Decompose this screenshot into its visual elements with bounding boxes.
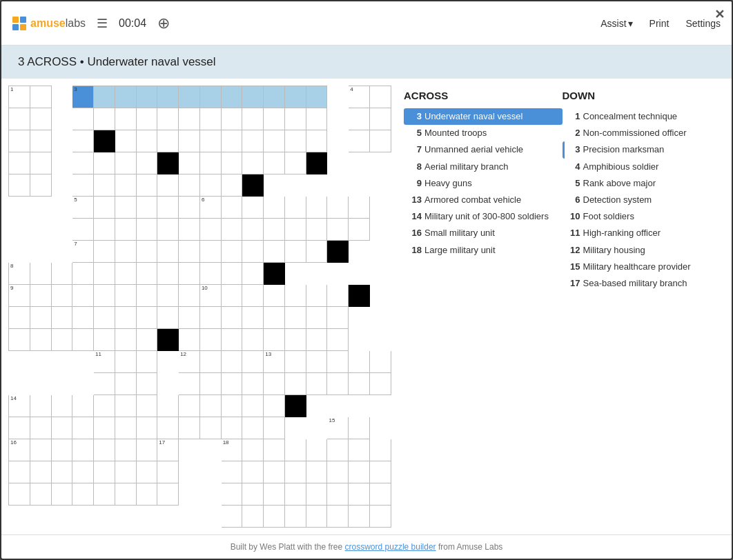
down-clue-6[interactable]: 6Detection system bbox=[563, 192, 721, 208]
grid-cell[interactable] bbox=[264, 130, 285, 152]
across-clue-14[interactable]: 14Military unit of 300-800 soldiers bbox=[404, 208, 563, 225]
grid-cell[interactable] bbox=[157, 483, 179, 506]
grid-cell[interactable] bbox=[327, 285, 349, 307]
grid-cell[interactable] bbox=[306, 506, 327, 528]
grid-cell[interactable]: 1 bbox=[9, 86, 30, 108]
menu-icon[interactable]: ☰ bbox=[97, 16, 108, 31]
grid-cell[interactable] bbox=[284, 351, 306, 373]
grid-cell[interactable] bbox=[264, 439, 285, 461]
grid-cell[interactable]: 4 bbox=[349, 86, 370, 108]
grid-cell[interactable] bbox=[157, 197, 179, 219]
grid-cell[interactable] bbox=[284, 329, 306, 351]
grid-cell[interactable]: 8 bbox=[9, 263, 30, 285]
grid-cell[interactable] bbox=[136, 219, 157, 241]
grid-cell[interactable] bbox=[30, 263, 51, 285]
grid-cell[interactable] bbox=[242, 506, 264, 528]
down-clue-4[interactable]: 4Amphibious soldier bbox=[563, 159, 721, 175]
grid-cell[interactable] bbox=[136, 373, 157, 395]
crossword-grid[interactable]: 13456789101112131415161718 bbox=[8, 86, 391, 528]
grid-cell[interactable] bbox=[242, 130, 264, 152]
grid-cell[interactable] bbox=[136, 461, 157, 483]
grid-cell[interactable] bbox=[115, 174, 136, 197]
grid-cell[interactable] bbox=[115, 219, 136, 241]
grid-cell[interactable] bbox=[199, 174, 221, 197]
grid-cell[interactable] bbox=[136, 197, 157, 219]
grid-cell[interactable] bbox=[284, 506, 306, 528]
grid-cell[interactable] bbox=[221, 329, 242, 351]
grid-cell[interactable] bbox=[30, 417, 51, 439]
grid-cell[interactable] bbox=[306, 483, 327, 506]
grid-cell[interactable] bbox=[370, 373, 391, 395]
grid-cell[interactable] bbox=[264, 219, 285, 241]
grid-cell[interactable] bbox=[306, 373, 327, 395]
grid-cell[interactable]: 11 bbox=[94, 351, 115, 373]
grid-cell[interactable] bbox=[72, 174, 94, 197]
grid-cell[interactable] bbox=[179, 219, 200, 241]
grid-cell[interactable] bbox=[51, 417, 72, 439]
grid-cell[interactable] bbox=[349, 417, 370, 439]
grid-cell[interactable] bbox=[94, 219, 115, 241]
grid-cell[interactable] bbox=[30, 285, 51, 307]
grid-cell[interactable] bbox=[306, 86, 327, 108]
grid-cell[interactable] bbox=[306, 219, 327, 241]
grid-cell[interactable] bbox=[51, 263, 72, 285]
grid-cell[interactable] bbox=[199, 307, 221, 329]
grid-cell[interactable] bbox=[242, 395, 264, 417]
across-clue-5[interactable]: 5Mounted troops bbox=[404, 125, 563, 141]
grid-cell[interactable] bbox=[94, 307, 115, 329]
grid-cell[interactable] bbox=[94, 329, 115, 351]
grid-cell[interactable] bbox=[306, 307, 327, 329]
grid-cell[interactable] bbox=[94, 461, 115, 483]
grid-cell[interactable]: 6 bbox=[199, 197, 221, 219]
grid-cell[interactable] bbox=[94, 174, 115, 197]
grid-cell[interactable] bbox=[349, 373, 370, 395]
grid-cell[interactable] bbox=[284, 197, 306, 219]
grid-cell[interactable] bbox=[284, 373, 306, 395]
grid-cell[interactable] bbox=[30, 86, 51, 108]
grid-cell[interactable] bbox=[221, 351, 242, 373]
grid-cell[interactable] bbox=[72, 108, 94, 130]
grid-cell[interactable] bbox=[221, 395, 242, 417]
grid-cell[interactable] bbox=[9, 329, 30, 351]
grid-cell[interactable]: 3 bbox=[72, 86, 94, 108]
grid-cell[interactable] bbox=[9, 108, 30, 130]
close-button[interactable]: ✕ bbox=[714, 7, 725, 22]
grid-cell[interactable] bbox=[306, 130, 327, 152]
grid-cell[interactable] bbox=[199, 395, 221, 417]
grid-cell[interactable] bbox=[242, 329, 264, 351]
grid-cell[interactable] bbox=[157, 130, 179, 152]
grid-cell[interactable] bbox=[349, 461, 370, 483]
grid-cell[interactable] bbox=[349, 219, 370, 241]
grid-cell[interactable] bbox=[115, 483, 136, 506]
grid-cell[interactable] bbox=[115, 395, 136, 417]
grid-cell[interactable] bbox=[327, 307, 349, 329]
grid-cell[interactable] bbox=[115, 263, 136, 285]
crossword-builder-link[interactable]: crossword puzzle builder bbox=[345, 542, 436, 552]
grid-cell[interactable] bbox=[199, 152, 221, 174]
grid-cell[interactable] bbox=[221, 130, 242, 152]
grid-cell[interactable] bbox=[199, 130, 221, 152]
grid-cell[interactable] bbox=[9, 461, 30, 483]
grid-cell[interactable] bbox=[157, 174, 179, 197]
grid-cell[interactable] bbox=[306, 108, 327, 130]
grid-cell[interactable] bbox=[370, 461, 391, 483]
grid-cell[interactable] bbox=[327, 439, 349, 461]
grid-cell[interactable] bbox=[9, 483, 30, 506]
grid-cell[interactable] bbox=[264, 108, 285, 130]
across-clue-7[interactable]: 7Unmanned aerial vehicle bbox=[404, 141, 563, 158]
down-clue-17[interactable]: 17Sea-based military branch bbox=[563, 275, 721, 292]
across-clue-8[interactable]: 8Aerial military branch bbox=[404, 159, 563, 175]
grid-cell[interactable] bbox=[284, 86, 306, 108]
grid-cell[interactable] bbox=[221, 86, 242, 108]
grid-cell[interactable] bbox=[264, 417, 285, 439]
grid-cell[interactable] bbox=[264, 307, 285, 329]
grid-cell[interactable] bbox=[157, 461, 179, 483]
grid-cell[interactable] bbox=[242, 263, 264, 285]
grid-cell[interactable] bbox=[221, 483, 242, 506]
grid-cell[interactable] bbox=[51, 483, 72, 506]
grid-cell[interactable] bbox=[94, 417, 115, 439]
grid-cell[interactable] bbox=[136, 483, 157, 506]
grid-cell[interactable] bbox=[157, 395, 179, 417]
grid-cell[interactable] bbox=[306, 241, 327, 263]
across-clue-16[interactable]: 16Small military unit bbox=[404, 225, 563, 241]
